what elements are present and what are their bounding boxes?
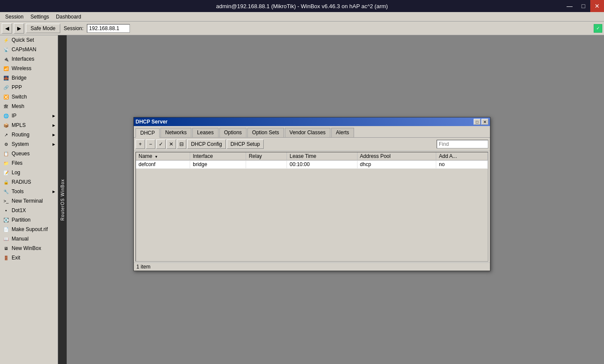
sidebar-item-tools[interactable]: 🔧 Tools [0, 187, 58, 196]
sidebar-label-interfaces: Interfaces [12, 56, 34, 62]
col-relay[interactable]: Relay [246, 152, 287, 160]
tab-options[interactable]: Options [219, 128, 247, 137]
tab-alerts[interactable]: Alerts [331, 128, 354, 137]
cell-lease-time: 00:10:00 [287, 160, 357, 169]
tabs-bar: DHCP Networks Leases Options Option Sets… [134, 126, 490, 138]
menu-session[interactable]: Session [2, 13, 27, 21]
sidebar-label-new-terminal: New Terminal [12, 198, 43, 204]
safe-mode-button[interactable]: Safe Mode [26, 24, 60, 33]
sidebar-item-files[interactable]: 📁 Files [0, 158, 58, 168]
sidebar-label-manual: Manual [12, 236, 28, 242]
sidebar-item-ip[interactable]: 🌐 IP [0, 111, 58, 120]
enable-button[interactable]: ✓ [156, 139, 166, 149]
tab-dhcp[interactable]: DHCP [136, 128, 160, 138]
dhcp-statusbar: 1 item [134, 262, 490, 271]
col-lease-time[interactable]: Lease Time [287, 152, 357, 160]
toolbar: ◀ ▶ Safe Mode Session: ✓ [0, 22, 604, 35]
menu-bar: Session Settings Dashboard [0, 12, 604, 22]
dhcp-config-button[interactable]: DHCP Config [187, 139, 226, 149]
sidebar-item-dot1x[interactable]: • Dot1X [0, 206, 58, 215]
menu-settings[interactable]: Settings [27, 13, 52, 21]
tab-vendor-classes[interactable]: Vendor Classes [285, 128, 330, 137]
sidebar-item-new-terminal[interactable]: >_ New Terminal [0, 196, 58, 206]
dhcp-window-title: DHCP Server [136, 119, 474, 125]
col-name[interactable]: Name ▼ [136, 152, 190, 160]
sidebar-item-ppp[interactable]: 🔗 PPP [0, 83, 58, 92]
sidebar: ⚡ Quick Set 📡 CAPsMAN 🔌 Interfaces 📶 Wir… [0, 35, 58, 364]
tools-icon: 🔧 [3, 188, 9, 195]
partition-icon: 💽 [3, 216, 9, 223]
sidebar-item-capsman[interactable]: 📡 CAPsMAN [0, 45, 58, 54]
col-add-arp[interactable]: Add A... [436, 152, 488, 160]
bridge-icon: 🌉 [3, 74, 9, 81]
add-button[interactable]: + [136, 139, 145, 149]
sidebar-label-files: Files [12, 160, 22, 166]
remove-button[interactable]: − [146, 139, 155, 149]
minimize-button[interactable]: — [563, 0, 576, 12]
forward-button[interactable]: ▶ [14, 23, 24, 34]
find-input[interactable] [437, 140, 488, 148]
tab-networks[interactable]: Networks [160, 128, 191, 137]
close-button[interactable]: ✕ [590, 0, 604, 12]
dhcp-title-buttons: □ ✕ [474, 119, 488, 125]
system-icon: ⚙ [3, 141, 9, 148]
sidebar-label-tools: Tools [12, 188, 24, 194]
toolbar-right-button[interactable]: ✓ [594, 24, 602, 33]
dhcp-setup-button[interactable]: DHCP Setup [227, 139, 264, 149]
mesh-icon: 🕸 [3, 103, 9, 110]
session-input[interactable] [87, 24, 130, 33]
sidebar-item-wireless[interactable]: 📶 Wireless [0, 64, 58, 73]
col-address-pool[interactable]: Address Pool [357, 152, 436, 160]
status-count: 1 item [136, 264, 151, 270]
menu-dashboard[interactable]: Dashboard [52, 13, 85, 21]
sidebar-label-ip: IP [12, 113, 16, 119]
sidebar-item-exit[interactable]: 🚪 Exit [0, 253, 58, 262]
table-row[interactable]: defconf bridge 00:10:00 dhcp no [136, 160, 488, 169]
sidebar-item-manual[interactable]: 📖 Manual [0, 234, 58, 244]
routing-icon: ↗ [3, 131, 9, 138]
sidebar-label-mpls: MPLS [12, 122, 26, 128]
session-label: Session: [62, 25, 85, 31]
dhcp-close-button[interactable]: ✕ [481, 119, 488, 125]
sidebar-item-log[interactable]: 📝 Log [0, 168, 58, 177]
sidebar-label-system: System [12, 141, 29, 147]
dhcp-toolbar: + − ✓ ✕ ⊟ DHCP Config DHCP Setup [134, 138, 490, 151]
sidebar-label-queues: Queues [12, 151, 30, 157]
log-icon: 📝 [3, 169, 9, 176]
supout-icon: 📄 [3, 226, 9, 233]
sidebar-item-make-supout[interactable]: 📄 Make Supout.rif [0, 225, 58, 234]
back-button[interactable]: ◀ [2, 23, 12, 34]
sidebar-item-mesh[interactable]: 🕸 Mesh [0, 102, 58, 111]
switch-icon: 🔀 [3, 93, 9, 100]
sidebar-label-quickset: Quick Set [12, 37, 34, 43]
maximize-button[interactable]: □ [576, 0, 590, 12]
dhcp-window: DHCP Server □ ✕ DHCP Networks Leases Opt… [133, 117, 490, 271]
tab-option-sets[interactable]: Option Sets [247, 128, 284, 137]
sidebar-label-ppp: PPP [12, 84, 22, 90]
dhcp-maximize-button[interactable]: □ [474, 119, 481, 125]
sidebar-label-exit: Exit [12, 255, 20, 261]
table-container: Name ▼ Interface Relay Lease Time [136, 152, 488, 262]
sidebar-label-partition: Partition [12, 217, 31, 223]
ppp-icon: 🔗 [3, 84, 9, 91]
disable-button[interactable]: ✕ [166, 139, 176, 149]
sidebar-label-capsman: CAPsMAN [12, 46, 36, 52]
sidebar-label-routing: Routing [12, 132, 29, 138]
col-interface[interactable]: Interface [190, 152, 246, 160]
sidebar-item-new-winbox[interactable]: 🖥 New WinBox [0, 244, 58, 253]
sidebar-item-system[interactable]: ⚙ System [0, 139, 58, 149]
filter-button[interactable]: ⊟ [177, 139, 186, 149]
sidebar-item-switch[interactable]: 🔀 Switch [0, 92, 58, 102]
sidebar-item-bridge[interactable]: 🌉 Bridge [0, 73, 58, 83]
sidebar-label-wireless: Wireless [12, 65, 31, 71]
sidebar-item-routing[interactable]: ↗ Routing [0, 130, 58, 139]
radius-icon: 🔒 [3, 179, 9, 185]
sidebar-item-interfaces[interactable]: 🔌 Interfaces [0, 54, 58, 64]
sidebar-item-quickset[interactable]: ⚡ Quick Set [0, 35, 58, 45]
tab-leases[interactable]: Leases [192, 128, 219, 137]
sidebar-item-partition[interactable]: 💽 Partition [0, 215, 58, 225]
sidebar-item-queues[interactable]: 📋 Queues [0, 149, 58, 158]
content-area: RouterOS WinBox DHCP Server □ ✕ DHCP Net… [58, 35, 604, 364]
sidebar-item-mpls[interactable]: 📦 MPLS [0, 120, 58, 130]
sidebar-item-radius[interactable]: 🔒 RADIUS [0, 177, 58, 187]
